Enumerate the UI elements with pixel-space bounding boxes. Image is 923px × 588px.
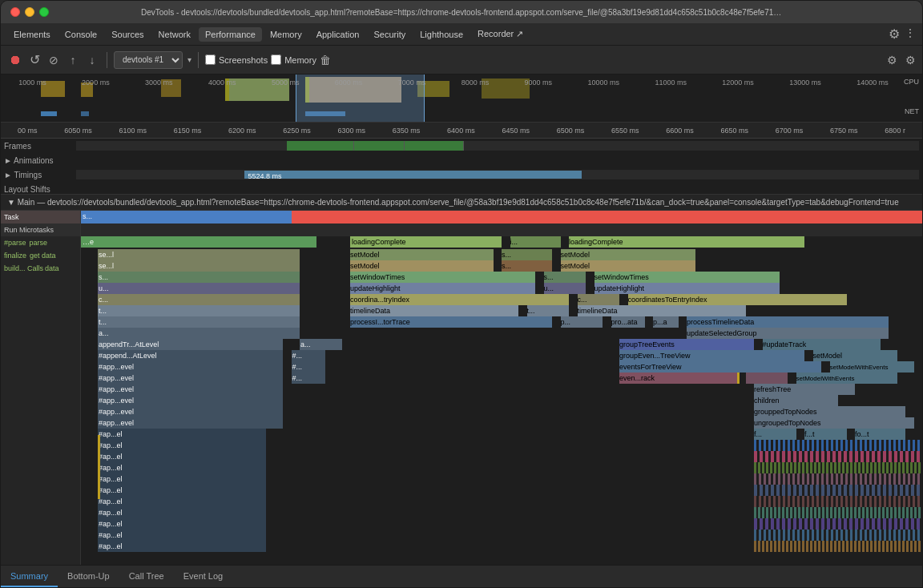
settings-icon[interactable]: ⚙ bbox=[889, 26, 900, 42]
settings2-icon[interactable]: ⚙ bbox=[905, 54, 916, 66]
ap-el-7[interactable]: #ap...el bbox=[98, 496, 266, 507]
menu-elements[interactable]: Elements bbox=[7, 27, 57, 42]
hash-bar[interactable]: #... bbox=[292, 350, 325, 361]
screenshots-checkbox[interactable] bbox=[205, 54, 216, 65]
app4-bar[interactable]: #app...evel bbox=[98, 395, 283, 406]
children-bar[interactable]: children bbox=[754, 395, 838, 406]
gear-icon[interactable]: ⚙ bbox=[887, 54, 897, 66]
loading-bar[interactable]: s... bbox=[81, 211, 292, 224]
menu-lighthouse[interactable]: Lighthouse bbox=[413, 27, 470, 42]
fo-bar-1[interactable]: f... bbox=[754, 429, 796, 440]
a-bar-1[interactable]: a... bbox=[98, 328, 300, 339]
updatehighlight-label-1[interactable]: updateHighlight bbox=[350, 283, 535, 294]
setmodel-label-1[interactable]: setModel bbox=[350, 249, 494, 260]
ap-el-8[interactable]: #ap...el bbox=[98, 507, 266, 518]
appendtr-bar[interactable]: appendTr...AtLevel bbox=[98, 339, 283, 350]
ap-el-11[interactable]: #ap...el bbox=[98, 541, 266, 552]
grouptree-bar[interactable]: groupTreeEvents bbox=[619, 339, 754, 350]
process-label-2[interactable]: processTimelineData bbox=[687, 316, 889, 328]
events-treeview[interactable]: eventsForTreeView bbox=[619, 361, 821, 373]
a-bar-2[interactable]: a... bbox=[300, 339, 342, 350]
memory-checkbox[interactable] bbox=[271, 54, 281, 65]
ap-el-5[interactable]: #ap...el bbox=[98, 473, 266, 485]
tab-event-log[interactable]: Event Log bbox=[174, 566, 233, 587]
setmodel3-bar[interactable]: setModel bbox=[813, 350, 897, 361]
t-bar[interactable]: t... bbox=[527, 305, 570, 316]
record-button[interactable]: ⏺ bbox=[7, 52, 23, 68]
timeline-label-2[interactable]: timelineData bbox=[578, 305, 746, 316]
reload-button[interactable]: ↺ bbox=[26, 52, 42, 68]
flame-chart[interactable]: Task Run Microtasks #parse parse finaliz… bbox=[1, 211, 922, 565]
setmodelwith2[interactable]: setModelWithEvents bbox=[796, 373, 897, 384]
ap-el-3[interactable]: #ap...el bbox=[98, 451, 266, 462]
overview-bar[interactable]: CPU NET 1000 ms 2000 ms 3000 ms 4000 ms … bbox=[1, 75, 922, 123]
ap-el-9[interactable]: #ap...el bbox=[98, 518, 266, 530]
menu-application[interactable]: Application bbox=[310, 27, 366, 42]
timeline-label-1[interactable]: timelineData bbox=[350, 305, 518, 316]
updatehighlight-1[interactable]: u... bbox=[98, 283, 300, 294]
fo-bar-3[interactable]: fo...t bbox=[855, 429, 905, 440]
menu-console[interactable]: Console bbox=[58, 27, 103, 42]
pa-bar[interactable]: p...a bbox=[653, 316, 679, 328]
coordina-label-1[interactable]: coordina...tryIndex bbox=[350, 294, 569, 305]
even-rack-bar[interactable]: even...rack bbox=[619, 373, 737, 384]
maximize-button[interactable] bbox=[39, 7, 49, 17]
coordina-1[interactable]: c... bbox=[98, 294, 300, 305]
menu-sources[interactable]: Sources bbox=[105, 27, 150, 42]
u-bar[interactable]: u... bbox=[544, 283, 586, 294]
app3-bar[interactable]: #app...evel bbox=[98, 384, 283, 395]
pro-bar[interactable]: pro...ata bbox=[611, 316, 645, 328]
app1-bar[interactable]: #app...evel bbox=[98, 361, 283, 373]
refreshtree-bar[interactable]: refreshTree bbox=[754, 384, 855, 395]
tab-call-tree[interactable]: Call Tree bbox=[119, 566, 174, 587]
hash3-bar[interactable]: #... bbox=[292, 373, 325, 384]
setmodel-1[interactable]: se...l bbox=[98, 249, 300, 260]
upload-button[interactable]: ↑ bbox=[65, 52, 81, 68]
updatehighlight-label-2[interactable]: updateHighlight bbox=[595, 283, 780, 294]
c-bar[interactable]: c... bbox=[578, 294, 620, 305]
close-button[interactable] bbox=[10, 7, 20, 17]
parse-bar[interactable]: …e bbox=[81, 236, 316, 248]
device-selector[interactable]: devtools #1 bbox=[114, 51, 183, 69]
groupeven-bar[interactable]: groupEven...TreeView bbox=[619, 350, 804, 361]
setmodel-label-3[interactable]: setModel bbox=[350, 260, 494, 272]
updatetrack-bar[interactable]: #updateTrack bbox=[763, 339, 881, 350]
ap-el-2[interactable]: #ap...el bbox=[98, 440, 266, 451]
process-label-1[interactable]: processI...torTrace bbox=[350, 316, 552, 328]
update-selected[interactable]: updateSelectedGroup bbox=[687, 328, 889, 339]
menu-network[interactable]: Network bbox=[152, 27, 197, 42]
minimize-button[interactable] bbox=[25, 7, 34, 17]
tab-bottom-up[interactable]: Bottom-Up bbox=[58, 566, 119, 587]
coordina-label-2[interactable]: coordinatesToEntryIndex bbox=[628, 294, 847, 305]
menu-security[interactable]: Security bbox=[367, 27, 412, 42]
p-bar[interactable]: p... bbox=[561, 316, 603, 328]
s-bar-2[interactable]: s... bbox=[502, 260, 552, 272]
s-bar-1[interactable]: s... bbox=[502, 249, 552, 260]
setwindowtimes-1[interactable]: s... bbox=[98, 272, 300, 283]
app5-bar[interactable]: #app...evel bbox=[98, 406, 283, 417]
ap-el-1[interactable]: #ap...el bbox=[98, 429, 266, 440]
fo-bar-2[interactable]: f...t bbox=[804, 429, 847, 440]
setmodel-label-4[interactable]: setModel bbox=[561, 260, 695, 272]
process-1[interactable]: t... bbox=[98, 316, 300, 328]
setmodelwith1[interactable]: setModelWithEvents bbox=[830, 361, 914, 373]
setwindowtimes-label-2[interactable]: setWindowTimes bbox=[595, 272, 780, 283]
clear-button[interactable]: ⊘ bbox=[46, 52, 62, 68]
menu-recorder[interactable]: Recorder ↗ bbox=[471, 26, 530, 42]
trash-icon[interactable]: 🗑 bbox=[320, 54, 331, 66]
setmodel-label-2[interactable]: setModel bbox=[561, 249, 695, 260]
download-button[interactable]: ↓ bbox=[84, 52, 100, 68]
ap-el-4[interactable]: #ap...el bbox=[98, 462, 266, 473]
loading-complete2-bar[interactable]: loadingComplete bbox=[569, 236, 804, 248]
app6-bar[interactable]: #app...evel bbox=[98, 417, 283, 429]
timeline-1[interactable]: t... bbox=[98, 305, 300, 316]
app2-bar[interactable]: #app...evel bbox=[98, 373, 283, 384]
ap-el-6[interactable]: #ap...el bbox=[98, 485, 266, 496]
ungrouped-bar[interactable]: ungroupedTopNodes bbox=[754, 417, 914, 429]
yellow-bar[interactable] bbox=[746, 373, 788, 384]
i-bar[interactable]: i... bbox=[510, 236, 561, 248]
s-bar-3[interactable]: s... bbox=[544, 272, 586, 283]
loading-complete-bar[interactable]: loadingComplete bbox=[350, 236, 502, 248]
grouped-bar[interactable]: grouppedTopNodes bbox=[754, 406, 905, 417]
setwindowtimes-label-1[interactable]: setWindowTimes bbox=[350, 272, 535, 283]
